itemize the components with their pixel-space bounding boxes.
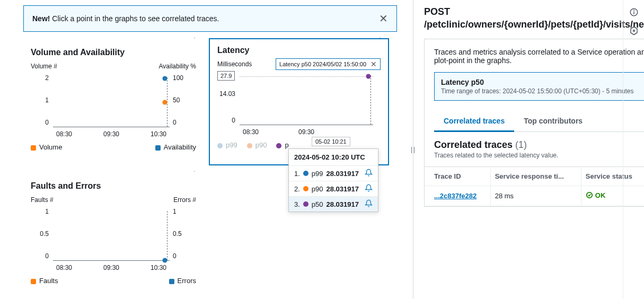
traces-table: Trace ID Service response ti... Service … [425, 166, 644, 207]
chart-tooltip: 2024-05-02 10:20 UTC 1. p99 28.031917 2.… [288, 148, 378, 212]
bell-icon[interactable] [365, 184, 373, 194]
bell-icon[interactable] [365, 169, 373, 178]
check-circle-icon [586, 191, 593, 199]
latency-chart[interactable]: 27.9 14.03 0 08:30 09:30 [217, 72, 381, 136]
banner-text: New! Click a point in the graphs to see … [32, 14, 219, 23]
legend-item[interactable]: Availability [155, 143, 196, 151]
latency-panel: Latency Latency p50 2024/05/02 15:50:00 … [209, 38, 389, 165]
close-icon[interactable]: ✕ [370, 60, 377, 68]
side-description: Traces and metrics analysis correlated t… [434, 48, 644, 65]
bell-icon[interactable] [365, 199, 373, 209]
tooltip-row[interactable]: 2. p90 28.031917 [289, 181, 378, 197]
series-dot-icon [303, 171, 308, 176]
legend-item[interactable]: Faults [31, 277, 58, 285]
selection-chip[interactable]: Latency p50 2024/05/02 15:50:00 ✕ [276, 58, 381, 70]
svg-point-4 [633, 30, 634, 32]
col-trace-id[interactable]: Trace ID [425, 166, 490, 186]
resize-handle[interactable]: || [411, 146, 416, 153]
y-label: Milliseconds [217, 60, 252, 68]
time-tooltip: 05-02 10:21 [312, 137, 350, 146]
series-dot-icon [303, 186, 308, 191]
legend-item[interactable]: p90 [247, 141, 267, 149]
side-card: Traces and metrics analysis correlated t… [424, 39, 644, 207]
tooltip-row[interactable]: 3. p50 28.031917 [289, 197, 378, 212]
side-title: POST /petclinic/owners/{ownerId}/pets/{p… [424, 5, 644, 31]
y-left-label: Volume # [31, 63, 57, 70]
y-right-label: Errors # [173, 196, 196, 204]
volume-panel: Volume and Availability Volume # Availab… [23, 38, 204, 165]
table-row: ...2c837fe282 28 ms OK 28 [425, 186, 644, 206]
right-iconbar [623, 0, 644, 299]
tab-top-contributors[interactable]: Top contributors [514, 111, 592, 131]
legend-item[interactable]: p [276, 141, 288, 149]
status-badge: OK [586, 191, 606, 199]
svg-point-3 [633, 10, 634, 11]
value-badge: 27.9 [217, 71, 235, 81]
y-left-label: Faults # [31, 196, 54, 204]
volume-chart[interactable]: 2 1 0 100 50 0 [31, 74, 196, 138]
panel-title: Volume and Availability [31, 48, 196, 57]
legend-item[interactable]: Errors [169, 277, 196, 285]
panel-title: Faults and Errors [31, 181, 196, 191]
legend-item[interactable]: Volume [31, 143, 62, 151]
panel-title: Latency [217, 46, 381, 55]
info-banner: New! Click a point in the graphs to see … [23, 5, 397, 32]
tabs: Correlated traces Top contributors [434, 111, 644, 132]
main-column: New! Click a point in the graphs to see … [0, 0, 413, 299]
y-right-label: Availability % [159, 63, 196, 70]
side-panel: || ✕ POST /petclinic/owners/{ownerId}/pe… [413, 0, 644, 299]
tooltip-header: 2024-05-02 10:20 UTC [289, 149, 378, 166]
faults-panel: Faults and Errors Faults # Errors # 1 0.… [23, 172, 204, 299]
series-dot-icon [303, 201, 308, 207]
close-icon[interactable]: ✕ [379, 13, 388, 24]
tab-correlated-traces[interactable]: Correlated traces [434, 111, 514, 132]
col-response-time[interactable]: Service response ti... [490, 166, 581, 186]
info-icon[interactable] [629, 7, 639, 19]
cell-response-time: 28 ms [490, 186, 581, 206]
selection-summary: Latency p50 Time range of traces: 2024-0… [434, 72, 644, 101]
trace-id-link[interactable]: ...2c837fe282 [434, 192, 477, 200]
legend-item[interactable]: p99 [217, 141, 237, 149]
section-title: Correlated traces (1) [434, 139, 527, 150]
banner-strong: New! [32, 14, 50, 23]
hexagon-icon[interactable] [629, 26, 639, 37]
tooltip-row[interactable]: 1. p99 28.031917 [289, 166, 378, 181]
faults-chart[interactable]: 1 0.5 0 1 0.5 0 [31, 208, 196, 271]
